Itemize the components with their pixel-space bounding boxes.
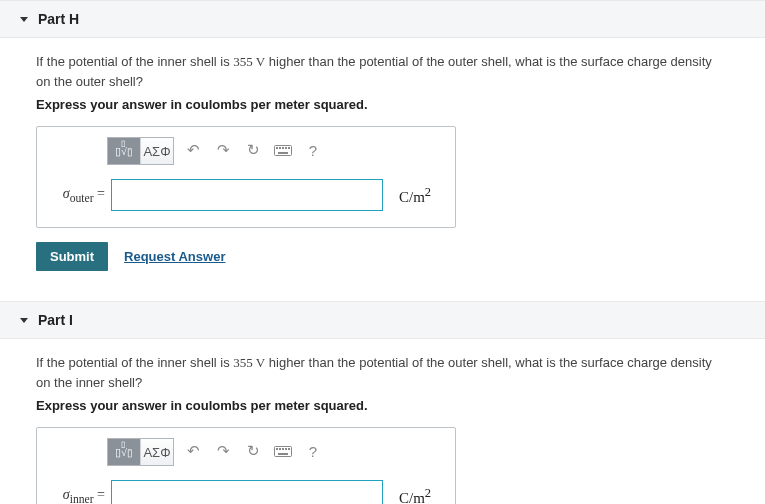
greek-button[interactable]: ΑΣΦ bbox=[141, 138, 173, 164]
part-body: If the potential of the inner shell is 3… bbox=[0, 38, 765, 285]
prompt-pre: If the potential of the inner shell is bbox=[36, 355, 233, 370]
part-i-section: Part I If the potential of the inner she… bbox=[0, 301, 765, 504]
toolbar-group-actions: ↶ ↷ ↻ ? bbox=[178, 137, 328, 165]
submit-button[interactable]: Submit bbox=[36, 242, 108, 271]
variable-subscript: inner bbox=[70, 492, 94, 504]
answer-instruction: Express your answer in coulombs per mete… bbox=[36, 97, 729, 112]
request-answer-link[interactable]: Request Answer bbox=[124, 249, 225, 264]
input-row: σinner = C/m2 bbox=[49, 480, 443, 504]
help-button[interactable]: ? bbox=[298, 137, 328, 163]
actions-row: Submit Request Answer bbox=[36, 242, 729, 271]
prompt-value: 355 V bbox=[233, 355, 265, 370]
undo-button[interactable]: ↶ bbox=[178, 438, 208, 464]
svg-rect-3 bbox=[282, 147, 284, 149]
prompt-value: 355 V bbox=[233, 54, 265, 69]
caret-down-icon bbox=[20, 318, 28, 323]
unit-label: C/m2 bbox=[399, 486, 431, 505]
svg-rect-5 bbox=[288, 147, 290, 149]
equation-toolbar: ▯▯√▯ ΑΣΦ ↶ ↷ ↻ ? bbox=[107, 438, 443, 466]
svg-rect-10 bbox=[282, 448, 284, 450]
keyboard-button[interactable] bbox=[268, 137, 298, 163]
reset-button[interactable]: ↻ bbox=[238, 137, 268, 163]
equation-toolbar: ▯▯√▯ ΑΣΦ ↶ ↷ ↻ ? bbox=[107, 137, 443, 165]
variable-subscript: outer bbox=[70, 191, 94, 204]
toolbar-group-templates: ▯▯√▯ ΑΣΦ bbox=[107, 137, 174, 165]
keyboard-button[interactable] bbox=[268, 438, 298, 464]
greek-button[interactable]: ΑΣΦ bbox=[141, 439, 173, 465]
prompt-pre: If the potential of the inner shell is bbox=[36, 54, 233, 69]
svg-rect-1 bbox=[276, 147, 278, 149]
help-button[interactable]: ? bbox=[298, 438, 328, 464]
variable-label: σouter = bbox=[49, 186, 111, 205]
question-prompt: If the potential of the inner shell is 3… bbox=[36, 353, 729, 392]
answer-input[interactable] bbox=[111, 480, 383, 504]
toolbar-group-actions: ↶ ↷ ↻ ? bbox=[178, 438, 328, 466]
part-header[interactable]: Part H bbox=[0, 0, 765, 38]
undo-button[interactable]: ↶ bbox=[178, 137, 208, 163]
toolbar-group-templates: ▯▯√▯ ΑΣΦ bbox=[107, 438, 174, 466]
part-title: Part I bbox=[38, 312, 73, 328]
answer-box: ▯▯√▯ ΑΣΦ ↶ ↷ ↻ ? σouter = bbox=[36, 126, 456, 228]
reset-button[interactable]: ↻ bbox=[238, 438, 268, 464]
input-row: σouter = C/m2 bbox=[49, 179, 443, 211]
part-title: Part H bbox=[38, 11, 79, 27]
question-prompt: If the potential of the inner shell is 3… bbox=[36, 52, 729, 91]
svg-rect-8 bbox=[276, 448, 278, 450]
svg-rect-12 bbox=[288, 448, 290, 450]
svg-rect-13 bbox=[278, 453, 288, 455]
part-h-section: Part H If the potential of the inner she… bbox=[0, 0, 765, 285]
svg-rect-9 bbox=[279, 448, 281, 450]
template-button[interactable]: ▯▯√▯ bbox=[108, 439, 141, 465]
redo-button[interactable]: ↷ bbox=[208, 438, 238, 464]
answer-box: ▯▯√▯ ΑΣΦ ↶ ↷ ↻ ? σinner = bbox=[36, 427, 456, 504]
svg-rect-6 bbox=[278, 152, 288, 154]
part-body: If the potential of the inner shell is 3… bbox=[0, 339, 765, 504]
caret-down-icon bbox=[20, 17, 28, 22]
answer-instruction: Express your answer in coulombs per mete… bbox=[36, 398, 729, 413]
variable-label: σinner = bbox=[49, 487, 111, 504]
svg-rect-4 bbox=[285, 147, 287, 149]
answer-input[interactable] bbox=[111, 179, 383, 211]
redo-button[interactable]: ↷ bbox=[208, 137, 238, 163]
template-button[interactable]: ▯▯√▯ bbox=[108, 138, 141, 164]
unit-label: C/m2 bbox=[399, 185, 431, 206]
part-header[interactable]: Part I bbox=[0, 301, 765, 339]
svg-rect-2 bbox=[279, 147, 281, 149]
variable-letter: σ bbox=[63, 487, 70, 502]
variable-letter: σ bbox=[63, 186, 70, 201]
svg-rect-11 bbox=[285, 448, 287, 450]
